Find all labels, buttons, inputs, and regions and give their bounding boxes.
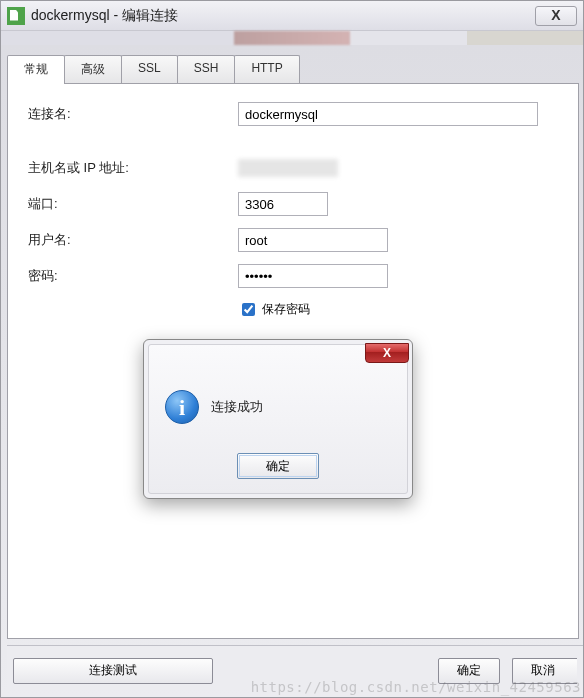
tab-general[interactable]: 常规 — [7, 55, 65, 83]
port-input[interactable] — [238, 192, 328, 216]
edit-connection-window: dockermysql - 编辑连接 X 常规 高级 SSL SSH HTTP … — [0, 0, 584, 698]
tab-advanced[interactable]: 高级 — [64, 55, 122, 83]
test-connection-button[interactable]: 连接测试 — [13, 658, 213, 684]
connection-name-label: 连接名: — [28, 105, 238, 123]
dialog-close-button[interactable]: X — [365, 343, 409, 363]
port-label: 端口: — [28, 195, 238, 213]
connection-name-input[interactable] — [238, 102, 538, 126]
app-icon — [7, 7, 25, 25]
message-dialog: X i 连接成功 确定 — [143, 339, 413, 499]
tab-ssl[interactable]: SSL — [121, 55, 178, 83]
username-input[interactable] — [238, 228, 388, 252]
save-password-checkbox[interactable] — [242, 303, 255, 316]
tab-ssh[interactable]: SSH — [177, 55, 236, 83]
window-close-button[interactable]: X — [535, 6, 577, 26]
dialog-ok-button[interactable]: 确定 — [237, 453, 319, 479]
window-titlebar: dockermysql - 编辑连接 X — [1, 1, 583, 31]
window-title: dockermysql - 编辑连接 — [31, 7, 178, 25]
password-label: 密码: — [28, 267, 238, 285]
info-icon: i — [165, 390, 199, 424]
save-password-label: 保存密码 — [262, 301, 310, 318]
behind-window-blur — [1, 31, 583, 45]
tab-http[interactable]: HTTP — [234, 55, 299, 83]
tab-bar: 常规 高级 SSL SSH HTTP — [7, 55, 579, 83]
watermark-text: https://blog.csdn.net/weixin_42459563 — [251, 679, 581, 695]
username-label: 用户名: — [28, 231, 238, 249]
host-label: 主机名或 IP 地址: — [28, 159, 238, 177]
host-value-redacted — [238, 159, 338, 177]
password-input[interactable] — [238, 264, 388, 288]
dialog-message: 连接成功 — [211, 398, 263, 416]
